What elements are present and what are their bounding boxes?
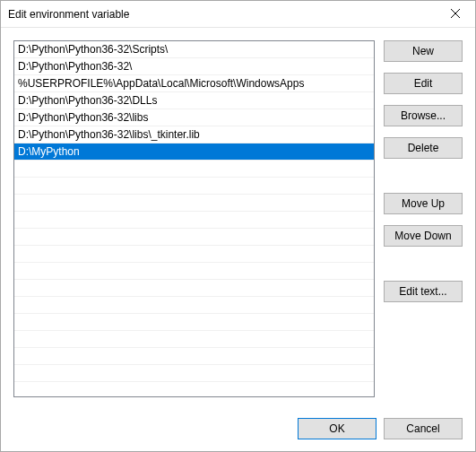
path-row[interactable]: D:\MyPython [14,143,374,161]
path-row[interactable] [14,314,374,331]
cancel-button[interactable]: Cancel [384,418,463,439]
path-list[interactable]: D:\Python\Python36-32\Scripts\D:\Python\… [13,40,375,397]
delete-button[interactable]: Delete [384,137,463,159]
path-row[interactable] [14,246,374,263]
edit-env-var-dialog: Edit environment variable D:\Python\Pyth… [0,0,476,452]
path-row[interactable]: D:\Python\Python36-32\libs\_tkinter.lib [14,126,374,143]
path-row[interactable]: D:\Python\Python36-32\ [14,58,374,75]
path-row[interactable]: D:\Python\Python36-32\libs [14,109,374,126]
path-row[interactable] [14,280,374,297]
path-row[interactable] [14,229,374,246]
edit-text-button[interactable]: Edit text... [384,281,463,302]
browse-button[interactable]: Browse... [384,105,463,126]
path-row[interactable] [14,161,374,178]
close-button[interactable] [435,1,475,28]
path-row[interactable] [14,365,374,382]
close-icon [451,8,460,21]
path-row[interactable] [14,348,374,365]
path-row[interactable] [14,331,374,348]
path-row[interactable] [14,212,374,229]
side-buttons: New Edit Browse... Delete Move Up Move D… [384,40,463,406]
dialog-body: D:\Python\Python36-32\Scripts\D:\Python\… [1,28,475,406]
window-title: Edit environment variable [8,8,129,21]
path-row[interactable] [14,297,374,314]
path-row[interactable] [14,263,374,280]
path-row[interactable]: D:\Python\Python36-32\Scripts\ [14,41,374,58]
move-down-button[interactable]: Move Down [384,225,463,247]
path-row[interactable] [14,382,374,397]
ok-button[interactable]: OK [298,418,376,439]
path-row[interactable]: D:\Python\Python36-32\DLLs [14,92,374,109]
move-up-button[interactable]: Move Up [384,193,463,214]
titlebar: Edit environment variable [1,1,475,28]
path-row[interactable]: %USERPROFILE%\AppData\Local\Microsoft\Wi… [14,75,374,92]
new-button[interactable]: New [384,40,463,62]
edit-button[interactable]: Edit [384,73,463,94]
dialog-footer: OK Cancel [1,406,475,451]
path-row[interactable] [14,195,374,212]
path-row[interactable] [14,178,374,195]
